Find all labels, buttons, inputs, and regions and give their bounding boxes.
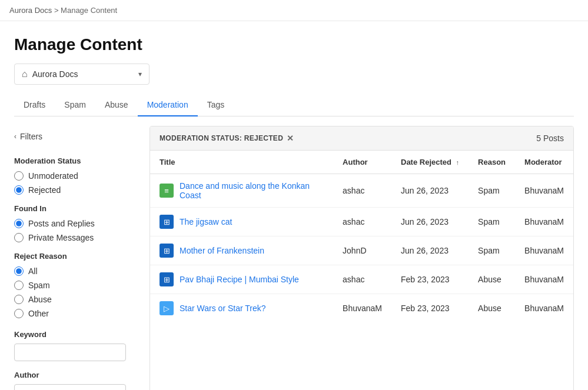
radio-unmoderated-label: Unmoderated	[28, 171, 78, 181]
home-icon: ⌂	[22, 69, 28, 79]
breadcrumb-separator: >	[54, 6, 59, 15]
cell-author: ashac	[333, 208, 391, 236]
sidebar: ‹ Filters Moderation Status Unmoderated …	[14, 126, 150, 390]
cell-date-rejected: Jun 26, 2023	[391, 208, 469, 236]
posts-table: Title Author Date Rejected ↑ Reason Mode…	[150, 151, 573, 322]
keyword-label: Keyword	[14, 330, 145, 339]
keyword-input[interactable]	[14, 344, 126, 361]
filters-toggle[interactable]: ‹ Filters	[14, 126, 145, 147]
post-title-link[interactable]: Mother of Frankenstein	[180, 246, 264, 255]
back-icon: ‹	[14, 132, 16, 141]
sort-asc-icon: ↑	[456, 159, 460, 166]
cell-moderator: BhuvanaM	[515, 174, 573, 208]
post-icon: ⊞	[160, 272, 174, 286]
main-content-panel: MODERATION STATUS: REJECTED ✕ 5 Posts Ti…	[150, 126, 574, 390]
cell-reason: Abuse	[469, 265, 515, 294]
post-title-link[interactable]: Star Wars or Star Trek?	[180, 304, 266, 313]
tab-tags[interactable]: Tags	[198, 94, 234, 116]
radio-other[interactable]: Other	[14, 309, 145, 318]
radio-spam-label: Spam	[28, 281, 50, 290]
found-in-filter: Found In Posts and Replies Private Messa…	[14, 204, 145, 242]
radio-other-input[interactable]	[14, 309, 24, 318]
found-in-options: Posts and Replies Private Messages	[14, 219, 145, 242]
filter-bar: MODERATION STATUS: REJECTED ✕ 5 Posts	[150, 126, 573, 151]
radio-abuse[interactable]: Abuse	[14, 295, 145, 304]
reject-reason-title: Reject Reason	[14, 252, 145, 261]
filter-tag-close-icon[interactable]: ✕	[287, 134, 294, 143]
cell-author: ashac	[333, 174, 391, 208]
radio-other-label: Other	[28, 309, 49, 318]
cell-author: ashac	[333, 265, 391, 294]
site-name: Aurora Docs	[32, 69, 78, 79]
cell-moderator: BhuvanaM	[515, 236, 573, 265]
radio-unmoderated-input[interactable]	[14, 171, 24, 181]
radio-abuse-input[interactable]	[14, 295, 24, 304]
tab-abuse[interactable]: Abuse	[95, 94, 138, 116]
moderation-status-options: Unmoderated Rejected	[14, 171, 145, 195]
radio-spam-input[interactable]	[14, 281, 24, 290]
cell-moderator: BhuvanaM	[515, 208, 573, 236]
radio-posts-replies[interactable]: Posts and Replies	[14, 219, 145, 228]
radio-all-label: All	[28, 266, 38, 276]
moderation-status-tag: MODERATION STATUS: REJECTED ✕	[160, 134, 294, 143]
radio-rejected-input[interactable]	[14, 185, 24, 195]
post-title-link[interactable]: Dance and music along the Konkan Coast	[180, 181, 324, 200]
post-title-link[interactable]: The jigsaw cat	[180, 217, 232, 226]
tab-drafts[interactable]: Drafts	[14, 94, 55, 116]
post-title-link[interactable]: Pav Bhaji Recipe | Mumbai Style	[180, 275, 299, 284]
posts-count: 5 Posts	[536, 134, 564, 143]
site-selector[interactable]: ⌂ Aurora Docs ▾	[14, 64, 150, 85]
radio-private-messages-input[interactable]	[14, 233, 24, 242]
table-header-row: Title Author Date Rejected ↑ Reason Mode…	[150, 151, 573, 174]
radio-unmoderated[interactable]: Unmoderated	[14, 171, 145, 181]
cell-title: ⊞ Mother of Frankenstein	[150, 236, 333, 265]
table-row: ⊞ Mother of Frankenstein JohnD Jun 26, 2…	[150, 236, 573, 265]
post-icon: ≡	[160, 184, 174, 198]
cell-author: JohnD	[333, 236, 391, 265]
radio-private-messages-label: Private Messages	[28, 233, 94, 242]
reject-reason-filter: Reject Reason All Spam Abuse	[14, 252, 145, 318]
author-input[interactable]	[14, 384, 126, 390]
post-icon: ⊞	[160, 244, 174, 258]
post-icon: ▷	[160, 301, 174, 315]
cell-date-rejected: Feb 23, 2023	[391, 265, 469, 294]
cell-reason: Abuse	[469, 294, 515, 323]
moderation-status-title: Moderation Status	[14, 156, 145, 165]
breadcrumb-parent[interactable]: Aurora Docs	[9, 6, 52, 15]
content-area: ‹ Filters Moderation Status Unmoderated …	[14, 126, 574, 390]
radio-all-input[interactable]	[14, 266, 24, 276]
page-header: Manage Content	[0, 21, 588, 64]
page-title: Manage Content	[14, 35, 574, 54]
chevron-down-icon: ▾	[138, 70, 142, 78]
tabs-bar: DraftsSpamAbuseModerationTags	[14, 94, 574, 116]
radio-private-messages[interactable]: Private Messages	[14, 233, 145, 242]
cell-title: ⊞ Pav Bhaji Recipe | Mumbai Style	[150, 265, 333, 294]
cell-moderator: BhuvanaM	[515, 294, 573, 323]
col-header-author: Author	[333, 151, 391, 174]
radio-rejected[interactable]: Rejected	[14, 185, 145, 195]
cell-reason: Spam	[469, 236, 515, 265]
tab-moderation[interactable]: Moderation	[138, 94, 198, 116]
moderation-status-filter: Moderation Status Unmoderated Rejected	[14, 156, 145, 195]
cell-reason: Spam	[469, 208, 515, 236]
radio-posts-replies-input[interactable]	[14, 219, 24, 228]
breadcrumb: Aurora Docs > Manage Content	[0, 0, 588, 21]
cell-title: ▷ Star Wars or Star Trek?	[150, 294, 333, 323]
cell-reason: Spam	[469, 174, 515, 208]
radio-spam[interactable]: Spam	[14, 281, 145, 290]
col-header-reason: Reason	[469, 151, 515, 174]
filter-tags: MODERATION STATUS: REJECTED ✕	[160, 134, 294, 143]
col-header-date-rejected[interactable]: Date Rejected ↑	[391, 151, 469, 174]
cell-title: ⊞ The jigsaw cat	[150, 208, 333, 236]
cell-date-rejected: Jun 26, 2023	[391, 174, 469, 208]
radio-all[interactable]: All	[14, 266, 145, 276]
col-header-moderator: Moderator	[515, 151, 573, 174]
radio-abuse-label: Abuse	[28, 295, 52, 304]
radio-posts-replies-label: Posts and Replies	[28, 219, 95, 228]
author-section: Author	[14, 371, 145, 390]
cell-moderator: BhuvanaM	[515, 265, 573, 294]
cell-date-rejected: Jun 26, 2023	[391, 236, 469, 265]
tab-spam[interactable]: Spam	[55, 94, 95, 116]
cell-title: ≡ Dance and music along the Konkan Coast	[150, 174, 333, 208]
radio-rejected-label: Rejected	[28, 185, 61, 195]
